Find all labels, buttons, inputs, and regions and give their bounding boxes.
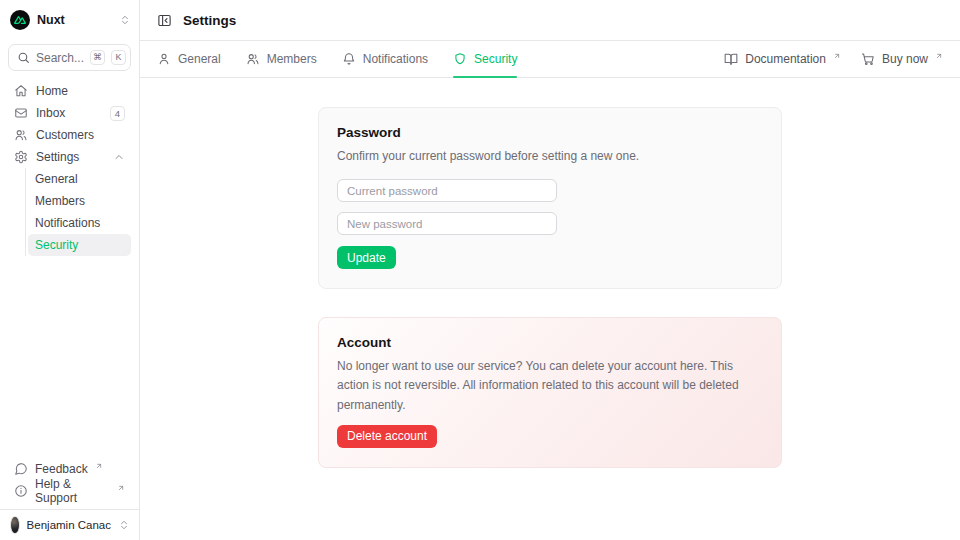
cart-icon xyxy=(861,52,875,66)
search-icon xyxy=(17,51,30,64)
chevron-up-icon xyxy=(113,151,125,163)
sidebar-item-label: Customers xyxy=(36,128,125,142)
tab-label: General xyxy=(178,52,221,66)
user-name: Benjamin Canac xyxy=(27,519,111,531)
gear-icon xyxy=(14,150,28,164)
sidebar-item-settings[interactable]: Settings xyxy=(8,146,131,168)
workspace-name: Nuxt xyxy=(37,13,112,27)
sidebar-item-general[interactable]: General xyxy=(28,168,131,190)
footer-link-label: Feedback xyxy=(35,462,88,476)
book-open-icon xyxy=(724,52,738,66)
sidebar-subitem-label: General xyxy=(35,172,78,186)
kbd-meta: ⌘ xyxy=(90,50,105,65)
settings-subtree: General Members Notifications Security xyxy=(25,168,131,256)
workspace-switcher[interactable]: Nuxt xyxy=(0,0,139,40)
sidebar-subitem-label: Members xyxy=(35,194,85,208)
info-circle-icon xyxy=(14,484,28,498)
sidebar-subitem-label: Security xyxy=(35,238,78,252)
account-card-title: Account xyxy=(337,335,763,350)
main-area: Settings General Members Notifications S… xyxy=(140,0,960,540)
password-card-title: Password xyxy=(337,125,763,140)
password-card: Password Confirm your current password b… xyxy=(318,107,782,289)
settings-tabbar: General Members Notifications Security xyxy=(140,41,960,78)
sidebar: Nuxt Search... ⌘ K Home Inbox 4 xyxy=(0,0,140,540)
external-arrow-icon xyxy=(833,52,841,60)
action-label: Buy now xyxy=(882,52,928,66)
inbox-icon xyxy=(14,106,28,120)
password-card-description: Confirm your current password before set… xyxy=(337,147,763,166)
sidebar-item-members[interactable]: Members xyxy=(28,190,131,212)
shield-icon xyxy=(453,52,467,66)
sidebar-nav: Home Inbox 4 Customers Settings xyxy=(0,77,139,256)
footer-link-label: Help & Support xyxy=(35,477,110,505)
buy-now-link[interactable]: Buy now xyxy=(861,52,943,66)
user-menu[interactable]: Benjamin Canac xyxy=(0,509,139,540)
inbox-count-badge: 4 xyxy=(110,106,125,121)
sidebar-item-label: Inbox xyxy=(36,106,102,120)
home-icon xyxy=(14,84,28,98)
external-arrow-icon xyxy=(117,484,125,492)
sidebar-item-label: Settings xyxy=(36,150,105,164)
users-icon xyxy=(246,52,260,66)
current-password-input[interactable] xyxy=(337,179,557,202)
tab-members[interactable]: Members xyxy=(246,41,317,77)
sidebar-collapse-icon[interactable] xyxy=(157,13,172,28)
person-icon xyxy=(157,52,171,66)
sidebar-footer: Feedback Help & Support xyxy=(0,458,139,509)
action-label: Documentation xyxy=(745,52,826,66)
chat-bubble-icon xyxy=(14,462,28,476)
sidebar-subitem-label: Notifications xyxy=(35,216,100,230)
kbd-k: K xyxy=(111,50,126,65)
chevron-up-down-icon xyxy=(119,14,131,26)
page-header: Settings xyxy=(140,0,960,41)
sidebar-item-home[interactable]: Home xyxy=(8,80,131,102)
account-card-description: No longer want to use our service? You c… xyxy=(337,357,763,415)
sidebar-item-security[interactable]: Security xyxy=(28,234,131,256)
sidebar-item-customers[interactable]: Customers xyxy=(8,124,131,146)
sidebar-item-label: Home xyxy=(36,84,125,98)
users-icon xyxy=(14,128,28,142)
sidebar-spacer xyxy=(0,256,139,458)
external-arrow-icon xyxy=(935,52,943,60)
settings-security-content: Password Confirm your current password b… xyxy=(140,78,960,540)
help-support-link[interactable]: Help & Support xyxy=(8,480,131,502)
delete-account-button[interactable]: Delete account xyxy=(337,425,437,448)
documentation-link[interactable]: Documentation xyxy=(724,52,841,66)
sidebar-item-inbox[interactable]: Inbox 4 xyxy=(8,102,131,124)
chevron-up-down-icon xyxy=(118,519,130,531)
tab-label: Members xyxy=(267,52,317,66)
bell-icon xyxy=(342,52,356,66)
update-password-button[interactable]: Update xyxy=(337,246,396,269)
tab-notifications[interactable]: Notifications xyxy=(342,41,428,77)
nuxt-logo-icon xyxy=(10,10,30,30)
page-title: Settings xyxy=(183,13,236,28)
tab-general[interactable]: General xyxy=(157,41,221,77)
account-card: Account No longer want to use our servic… xyxy=(318,317,782,468)
tab-label: Security xyxy=(474,52,517,66)
external-arrow-icon xyxy=(95,462,103,470)
avatar xyxy=(10,516,20,534)
new-password-input[interactable] xyxy=(337,212,557,235)
header-actions: Documentation Buy now xyxy=(724,52,943,66)
tab-label: Notifications xyxy=(363,52,428,66)
tab-security[interactable]: Security xyxy=(453,41,517,77)
sidebar-item-notifications[interactable]: Notifications xyxy=(28,212,131,234)
search-input[interactable]: Search... ⌘ K xyxy=(8,44,131,71)
search-placeholder: Search... xyxy=(36,51,84,65)
